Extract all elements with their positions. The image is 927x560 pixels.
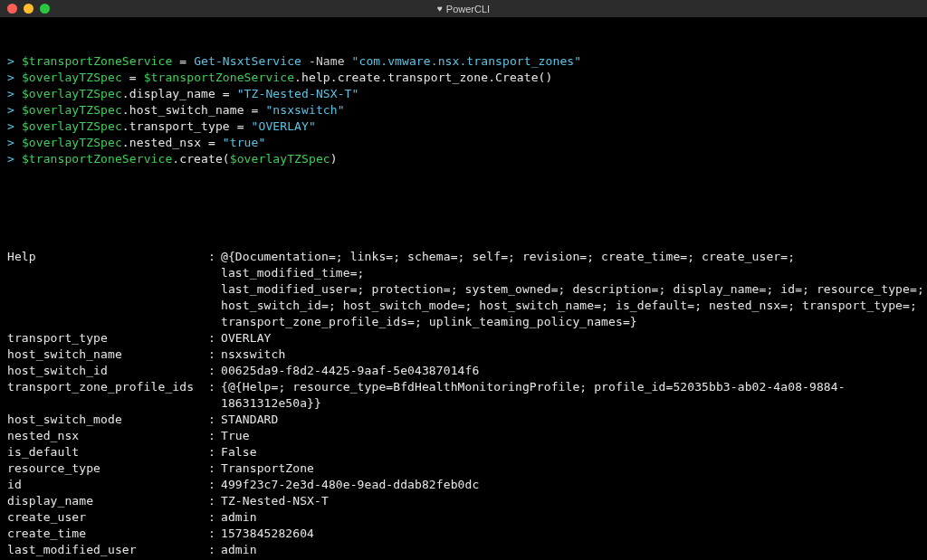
cmd-segment: .create( xyxy=(172,151,229,167)
output-sep: : xyxy=(208,412,221,428)
output-key: host_switch_id xyxy=(7,363,208,379)
blank-line xyxy=(7,200,920,216)
cmd-segment xyxy=(14,86,22,102)
output-key: create_time xyxy=(7,526,208,542)
prompt-icon: > xyxy=(7,102,14,119)
output-sep: : xyxy=(208,379,221,412)
output-value: @{Documentation=; links=; schema=; self=… xyxy=(221,249,920,281)
prompt-icon: > xyxy=(7,86,14,102)
output-sep: : xyxy=(208,363,221,379)
output-value: admin xyxy=(221,542,920,558)
output-value: OVERLAY xyxy=(221,330,920,346)
output-key: create_user xyxy=(7,509,208,526)
output-value: STANDARD xyxy=(221,412,920,428)
output-value: False xyxy=(221,444,920,460)
output-sep: : xyxy=(208,542,221,558)
output-row: transport_zone_profile_ids: {@{Help=; re… xyxy=(7,379,920,412)
output-row: transport_type: OVERLAY xyxy=(7,330,920,346)
prompt-icon: > xyxy=(7,151,14,167)
terminal-body[interactable]: > $transportZoneService = Get-NsxtServic… xyxy=(0,17,927,560)
cmd-segment: $transportZoneService xyxy=(22,151,172,167)
cmd-segment: "nsxswitch" xyxy=(265,102,344,119)
heart-icon: ♥ xyxy=(437,4,443,14)
output-value: admin xyxy=(221,509,920,526)
cmd-segment xyxy=(14,151,22,167)
cmd-segment: .nested_nsx = xyxy=(122,135,223,151)
window-titlebar: ♥ PowerCLI xyxy=(0,0,927,17)
output-sep: : xyxy=(208,526,221,542)
cmd-segment xyxy=(14,135,22,151)
command-line: > $overlayTZSpec.nested_nsx = "true" xyxy=(7,135,920,151)
prompt-icon: > xyxy=(7,119,14,135)
command-line: > $overlayTZSpec.transport_type = "OVERL… xyxy=(7,119,920,135)
output-continuation: host_switch_id=; host_switch_mode=; host… xyxy=(7,298,920,314)
cmd-segment: $overlayTZSpec xyxy=(22,70,122,86)
traffic-lights xyxy=(7,4,50,14)
cmd-segment: ) xyxy=(330,151,338,167)
window-title: ♥ PowerCLI xyxy=(437,4,490,14)
command-line: > $overlayTZSpec.display_name = "TZ-Nest… xyxy=(7,86,920,102)
command-line: > $overlayTZSpec = $transportZoneService… xyxy=(7,70,920,86)
output-continuation: last_modified_user=; protection=; system… xyxy=(7,281,920,298)
output-value: 00625da9-f8d2-4425-9aaf-5e04387014f6 xyxy=(221,363,920,379)
cmd-segment: = xyxy=(122,70,144,86)
command-line: > $transportZoneService.create($overlayT… xyxy=(7,151,920,167)
output-row: id: 499f23c7-2e3d-480e-9ead-ddab82feb0dc xyxy=(7,477,920,493)
output-row: is_default: False xyxy=(7,444,920,460)
maximize-icon[interactable] xyxy=(40,4,50,14)
cmd-segment: "true" xyxy=(223,135,266,151)
cmd-segment: Get-NsxtService xyxy=(194,53,301,70)
output-key: transport_zone_profile_ids xyxy=(7,379,208,412)
prompt-icon: > xyxy=(7,135,14,151)
output-key: is_default xyxy=(7,444,208,460)
output-row: host_switch_mode: STANDARD xyxy=(7,412,920,428)
output-value: TransportZone xyxy=(221,460,920,477)
cmd-segment: -Name xyxy=(301,53,352,70)
output-key: id xyxy=(7,477,208,493)
output-sep: : xyxy=(208,493,221,509)
output-key: nested_nsx xyxy=(7,428,208,444)
close-icon[interactable] xyxy=(7,4,17,14)
output-row: host_switch_name: nsxswitch xyxy=(7,346,920,363)
prompt-icon: > xyxy=(7,53,14,70)
cmd-segment xyxy=(14,102,22,119)
output-value: nsxswitch xyxy=(221,346,920,363)
output-key: host_switch_mode xyxy=(7,412,208,428)
cmd-segment: $transportZoneService xyxy=(144,70,294,86)
command-block: > $transportZoneService = Get-NsxtServic… xyxy=(7,53,920,167)
output-sep: : xyxy=(208,460,221,477)
output-value: 499f23c7-2e3d-480e-9ead-ddab82feb0dc xyxy=(221,477,920,493)
prompt-icon: > xyxy=(7,70,14,86)
output-value: {@{Help=; resource_type=BfdHealthMonitor… xyxy=(221,379,920,412)
cmd-segment: $transportZoneService xyxy=(22,53,172,70)
output-sep: : xyxy=(208,346,221,363)
output-block: Help: @{Documentation=; links=; schema=;… xyxy=(7,249,920,560)
output-sep: : xyxy=(208,477,221,493)
output-key: Help xyxy=(7,249,208,281)
output-row: last_modified_user: admin xyxy=(7,542,920,558)
output-row: create_user: admin xyxy=(7,509,920,526)
cmd-segment: $overlayTZSpec xyxy=(22,102,122,119)
output-value: TZ-Nested-NSX-T xyxy=(221,493,920,509)
cmd-segment: .host_switch_name = xyxy=(122,102,266,119)
output-row: create_time: 1573845282604 xyxy=(7,526,920,542)
output-key: last_modified_user xyxy=(7,542,208,558)
cmd-segment: .display_name = xyxy=(122,86,237,102)
output-key: transport_type xyxy=(7,330,208,346)
cmd-segment: "com.vmware.nsx.transport_zones" xyxy=(352,53,582,70)
output-row: display_name: TZ-Nested-NSX-T xyxy=(7,493,920,509)
output-sep: : xyxy=(208,330,221,346)
window-title-text: PowerCLI xyxy=(446,4,490,14)
output-row: resource_type: TransportZone xyxy=(7,460,920,477)
minimize-icon[interactable] xyxy=(24,4,33,14)
cmd-segment: $overlayTZSpec xyxy=(22,135,122,151)
output-value: 1573845282604 xyxy=(221,526,920,542)
command-line: > $transportZoneService = Get-NsxtServic… xyxy=(7,53,920,70)
output-key: host_switch_name xyxy=(7,346,208,363)
cmd-segment: $overlayTZSpec xyxy=(22,119,122,135)
cmd-segment xyxy=(14,119,22,135)
cmd-segment: "OVERLAY" xyxy=(252,119,316,135)
output-sep: : xyxy=(208,444,221,460)
output-sep: : xyxy=(208,249,221,281)
output-value: True xyxy=(221,428,920,444)
